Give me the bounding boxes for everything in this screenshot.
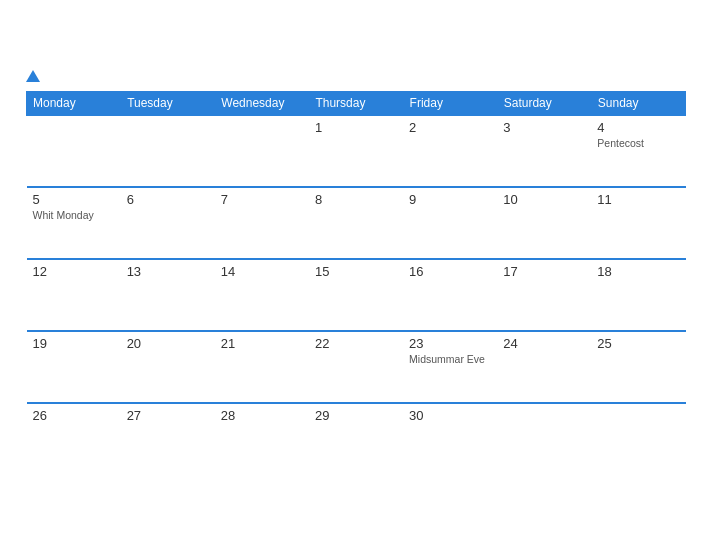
day-cell: 14 — [215, 259, 309, 331]
day-cell: 7 — [215, 187, 309, 259]
day-number: 21 — [221, 336, 303, 351]
day-number: 13 — [127, 264, 209, 279]
day-cell: 10 — [497, 187, 591, 259]
day-number: 10 — [503, 192, 585, 207]
day-cell: 25 — [591, 331, 685, 403]
day-cell: 5Whit Monday — [27, 187, 121, 259]
weekday-header-row: MondayTuesdayWednesdayThursdayFridaySatu… — [27, 92, 686, 116]
day-number: 3 — [503, 120, 585, 135]
day-number: 6 — [127, 192, 209, 207]
day-cell: 6 — [121, 187, 215, 259]
day-cell: 30 — [403, 403, 497, 475]
day-cell: 29 — [309, 403, 403, 475]
calendar-container: MondayTuesdayWednesdayThursdayFridaySatu… — [11, 60, 701, 490]
day-cell: 8 — [309, 187, 403, 259]
day-number: 14 — [221, 264, 303, 279]
day-cell — [121, 115, 215, 187]
calendar-grid: MondayTuesdayWednesdayThursdayFridaySatu… — [26, 91, 686, 475]
day-number: 11 — [597, 192, 679, 207]
calendar-header — [26, 70, 686, 83]
day-number: 22 — [315, 336, 397, 351]
day-number: 9 — [409, 192, 491, 207]
day-cell — [27, 115, 121, 187]
day-number: 30 — [409, 408, 491, 423]
day-number: 24 — [503, 336, 585, 351]
day-cell: 20 — [121, 331, 215, 403]
day-cell: 16 — [403, 259, 497, 331]
day-number: 25 — [597, 336, 679, 351]
day-number: 20 — [127, 336, 209, 351]
weekday-header-tuesday: Tuesday — [121, 92, 215, 116]
day-cell — [215, 115, 309, 187]
weekday-header-monday: Monday — [27, 92, 121, 116]
day-cell — [591, 403, 685, 475]
day-number: 15 — [315, 264, 397, 279]
weekday-header-thursday: Thursday — [309, 92, 403, 116]
day-number: 2 — [409, 120, 491, 135]
week-row-3: 12131415161718 — [27, 259, 686, 331]
day-cell: 21 — [215, 331, 309, 403]
day-cell: 13 — [121, 259, 215, 331]
day-cell: 3 — [497, 115, 591, 187]
day-number: 5 — [33, 192, 115, 207]
logo-triangle-icon — [26, 70, 40, 82]
weekday-header-wednesday: Wednesday — [215, 92, 309, 116]
day-cell: 28 — [215, 403, 309, 475]
logo-blue-text — [26, 70, 42, 83]
day-event: Midsummar Eve — [409, 353, 491, 365]
week-row-5: 2627282930 — [27, 403, 686, 475]
weekday-header-sunday: Sunday — [591, 92, 685, 116]
day-cell: 23Midsummar Eve — [403, 331, 497, 403]
day-number: 12 — [33, 264, 115, 279]
day-event: Pentecost — [597, 137, 679, 149]
day-cell — [497, 403, 591, 475]
day-number: 26 — [33, 408, 115, 423]
weekday-header-saturday: Saturday — [497, 92, 591, 116]
day-number: 19 — [33, 336, 115, 351]
logo — [26, 70, 42, 83]
week-row-4: 1920212223Midsummar Eve2425 — [27, 331, 686, 403]
day-cell: 18 — [591, 259, 685, 331]
week-row-2: 5Whit Monday67891011 — [27, 187, 686, 259]
day-number: 23 — [409, 336, 491, 351]
day-cell: 15 — [309, 259, 403, 331]
day-number: 28 — [221, 408, 303, 423]
day-number: 27 — [127, 408, 209, 423]
day-cell: 19 — [27, 331, 121, 403]
day-cell: 11 — [591, 187, 685, 259]
day-number: 17 — [503, 264, 585, 279]
week-row-1: 1234Pentecost — [27, 115, 686, 187]
day-cell: 2 — [403, 115, 497, 187]
day-cell: 17 — [497, 259, 591, 331]
day-number: 1 — [315, 120, 397, 135]
day-cell: 26 — [27, 403, 121, 475]
day-cell: 22 — [309, 331, 403, 403]
day-number: 29 — [315, 408, 397, 423]
day-number: 8 — [315, 192, 397, 207]
day-number: 18 — [597, 264, 679, 279]
day-cell: 1 — [309, 115, 403, 187]
day-cell: 12 — [27, 259, 121, 331]
day-cell: 9 — [403, 187, 497, 259]
day-number: 7 — [221, 192, 303, 207]
day-cell: 27 — [121, 403, 215, 475]
day-number: 4 — [597, 120, 679, 135]
weekday-header-friday: Friday — [403, 92, 497, 116]
day-cell: 24 — [497, 331, 591, 403]
day-cell: 4Pentecost — [591, 115, 685, 187]
day-event: Whit Monday — [33, 209, 115, 221]
day-number: 16 — [409, 264, 491, 279]
